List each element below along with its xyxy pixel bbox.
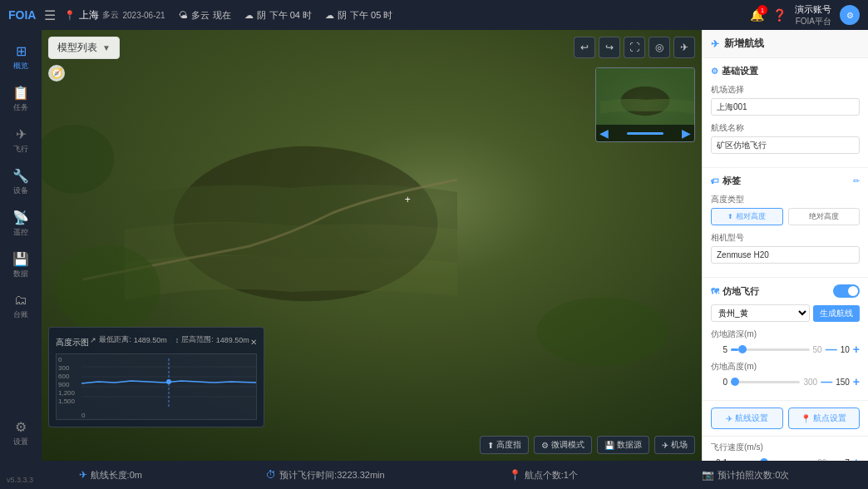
mini-map: ◀ ▶ xyxy=(595,67,695,142)
terrain-height-dash: 300 xyxy=(803,378,817,387)
photos-icon: 📷 xyxy=(702,469,714,481)
region-select[interactable]: 贵州_黄 xyxy=(711,304,810,322)
relative-height-button[interactable]: ⬆ 相对高度 xyxy=(711,208,783,225)
height-chart-title: 高度示图 ↗ 最低距离: 1489.50m ↕ 层高范围: 1489.50m xyxy=(56,334,257,350)
app-container: FOIA ☰ 📍 上海 多云 2023-06-21 🌤 多云 现在 ☁ 阴 下午… xyxy=(0,0,868,489)
sidebar-item-fly[interactable]: ✈ 飞行 xyxy=(0,120,42,161)
terrain-fly-toggle[interactable] xyxy=(833,284,860,298)
route-settings-label: 航线设置 xyxy=(735,412,768,424)
fly-button[interactable]: ✈ xyxy=(673,37,695,58)
date-label: 2023-06-21 xyxy=(122,11,165,20)
avatar[interactable]: ⚙ xyxy=(840,5,860,25)
dataset-button[interactable]: 💾 数据源 xyxy=(597,436,649,454)
terrain-height-slider-row: 0 300 — 150 + xyxy=(711,375,860,388)
height-type-row: ⬆ 相对高度 绝对高度 xyxy=(711,208,860,225)
terrain-mode-label: 微调模式 xyxy=(551,439,584,451)
x-label-0: 0 xyxy=(81,412,85,419)
route-settings-button[interactable]: ✈ 航线设置 xyxy=(711,408,783,429)
dropdown-arrow-icon: ▼ xyxy=(102,43,111,52)
notification-area[interactable]: 🔔 1 xyxy=(750,8,764,22)
sidebar-item-albums[interactable]: 🗂 台账 xyxy=(0,286,42,327)
stat1-value: 1489.50m xyxy=(134,336,167,344)
sidebar-item-tasks[interactable]: 📋 任务 xyxy=(0,78,42,120)
terrain-height-minus-button[interactable]: — xyxy=(821,375,832,388)
map-bottom-tools: ⬆ 高度指 ⚙ 微调模式 💾 数据源 ✈ 机场 xyxy=(480,436,695,454)
map-toolbar: ↩ ↪ ⛶ ◎ ✈ xyxy=(574,37,695,58)
monitor-label: 遥控 xyxy=(13,227,28,238)
mini-map-next-button[interactable]: ▶ xyxy=(682,126,691,140)
weather-item-3: ☁ 阴 下午 05 时 xyxy=(325,9,392,22)
y-label-3: 900 xyxy=(58,381,75,388)
sidebar-item-monitor[interactable]: 📡 遥控 xyxy=(0,203,42,244)
weather2-time: 下午 04 时 xyxy=(269,9,312,22)
stat1: ↗ 最低距离: 1489.50m xyxy=(90,334,167,345)
terrain-height-thumb[interactable] xyxy=(731,378,739,386)
albums-label: 台账 xyxy=(13,309,28,320)
model-list-button[interactable]: 模型列表 ▼ xyxy=(48,37,120,59)
weather1-time: 现在 xyxy=(213,9,231,22)
route-name-field: 航线名称 xyxy=(711,122,860,154)
absolute-height-button[interactable]: 绝对高度 xyxy=(788,208,861,225)
terrain-height-slider[interactable] xyxy=(731,381,800,383)
center-button[interactable]: ◎ xyxy=(649,37,670,58)
basic-settings-section: ⚙ 基础设置 机场选择 上海001 航线名称 xyxy=(703,58,868,168)
weather1-label: 多云 xyxy=(191,9,210,22)
map-container[interactable]: + 模型列表 ▼ 🧭 ↩ ↪ ⛶ ◎ ✈ xyxy=(42,30,702,461)
sidebar-item-settings[interactable]: ⚙ 设置 xyxy=(0,412,42,454)
dataset-label: 数据源 xyxy=(617,439,642,451)
redo-button[interactable]: ↪ xyxy=(599,37,620,58)
terrain-height-plus-button[interactable]: + xyxy=(853,375,860,388)
sidebar-item-devices[interactable]: 🔧 设备 xyxy=(0,161,42,203)
user-platform: FOIA平台 xyxy=(796,16,831,27)
terrain-depth-end-value: 10 xyxy=(841,345,850,354)
sidebar-item-data[interactable]: 💾 数据 xyxy=(0,244,42,286)
terrain-depth-minus-button[interactable]: — xyxy=(826,343,837,356)
route-length-label: 航线长度:0m xyxy=(91,469,142,482)
location-icon: 📍 xyxy=(64,10,76,21)
waypoint-settings-label: 航点设置 xyxy=(813,412,846,424)
flight-time-item: ⏱ 预计飞行时间:3223.32min xyxy=(266,469,385,482)
data-icon: 💾 xyxy=(12,251,29,267)
app-logo: FOIA xyxy=(8,8,36,22)
tag-edit-button[interactable]: ✏ xyxy=(853,176,860,185)
x-labels: 0 xyxy=(81,412,256,419)
undo-button[interactable]: ↩ xyxy=(574,37,595,58)
airport-button[interactable]: ✈ 机场 xyxy=(654,436,695,454)
terrain-mode-button[interactable]: ⚙ 微调模式 xyxy=(534,436,592,454)
y-label-1: 300 xyxy=(58,364,75,372)
fullscreen-button[interactable]: ⛶ xyxy=(624,37,645,58)
sidebar-item-overview[interactable]: ⊞ 概览 xyxy=(0,37,42,78)
aircraft-select[interactable]: 上海001 xyxy=(711,98,860,116)
panel-title: ✈ 新增航线 xyxy=(703,30,868,58)
altitude-tool-button[interactable]: ⬆ 高度指 xyxy=(480,436,529,454)
tags-label: 标签 xyxy=(723,175,741,187)
panel-title-icon: ✈ xyxy=(711,38,719,50)
route-name-input[interactable] xyxy=(711,136,860,154)
waypoint-settings-button[interactable]: 📍 航点设置 xyxy=(788,408,861,429)
terrain-height-label: 仿地高度(m) xyxy=(711,361,860,373)
camera-select[interactable]: Zenmuse H20 xyxy=(711,246,860,264)
y-labels: 1,500 1,200 900 600 300 0 xyxy=(57,354,76,407)
camera-label: 相机型号 xyxy=(711,232,860,244)
mini-map-prev-button[interactable]: ◀ xyxy=(599,126,609,140)
waypoint-settings-icon: 📍 xyxy=(801,414,811,423)
menu-icon[interactable]: ☰ xyxy=(44,7,56,23)
question-icon[interactable]: ❓ xyxy=(772,8,787,22)
settings-label: 设置 xyxy=(13,437,28,447)
devices-label: 设备 xyxy=(13,185,28,196)
gen-route-button[interactable]: 生成航线 xyxy=(813,305,860,322)
map-area: + 模型列表 ▼ 🧭 ↩ ↪ ⛶ ◎ ✈ xyxy=(42,30,702,461)
terrain-depth-plus-button[interactable]: + xyxy=(853,343,860,356)
notification-badge: 1 xyxy=(757,5,767,15)
photos-label: 预计拍照次数:0次 xyxy=(718,469,789,482)
albums-icon: 🗂 xyxy=(14,293,27,308)
terrain-depth-thumb[interactable] xyxy=(738,345,747,353)
region-row: 贵州_黄 生成航线 xyxy=(711,304,860,322)
city-name: 上海 xyxy=(79,8,99,22)
overview-icon: ⊞ xyxy=(16,43,27,59)
location-info: 📍 上海 多云 2023-06-21 xyxy=(64,8,165,22)
data-label: 数据 xyxy=(13,269,28,279)
terrain-depth-slider[interactable] xyxy=(731,348,810,351)
height-chart-close-button[interactable]: ✕ xyxy=(250,338,257,347)
flight-time-icon: ⏱ xyxy=(266,469,276,481)
